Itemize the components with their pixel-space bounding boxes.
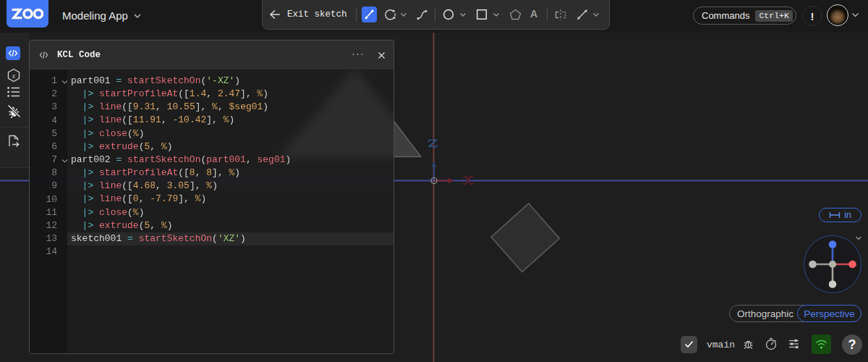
svg-text:x: x [12, 72, 16, 80]
